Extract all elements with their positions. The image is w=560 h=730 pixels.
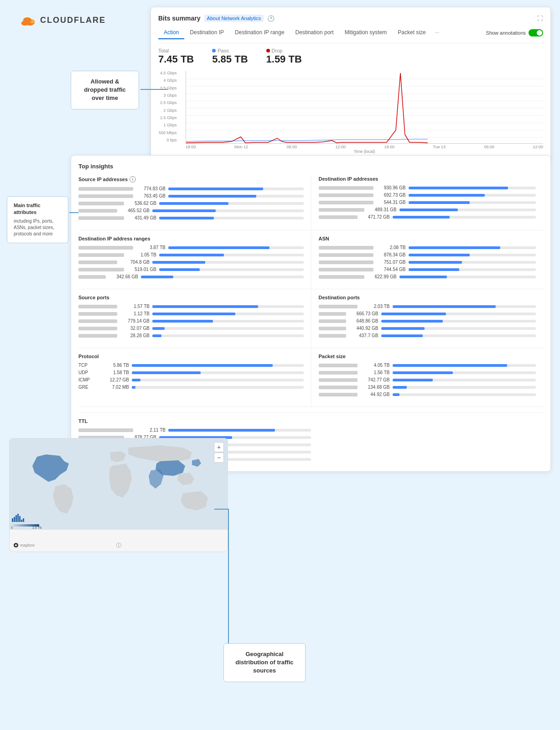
dest-ip-value-5: 471.72 GB <box>360 214 390 219</box>
asn-row-5: 622.99 GB <box>319 274 536 279</box>
dest-ip-bar-5 <box>393 216 536 219</box>
insights-title: Top insights <box>78 163 543 170</box>
dest-ports-bar-1 <box>393 305 536 308</box>
packet-size-bar-2 <box>393 371 536 374</box>
dest-ranges-bar-1 <box>168 246 304 249</box>
ttl-label-1 <box>78 428 133 432</box>
source-ports-section: Source ports 1.57 TB 1.12 TB 779.14 GB 3… <box>78 289 311 348</box>
map-info-icon[interactable]: ⓘ <box>116 542 121 549</box>
fullscreen-icon[interactable]: ⛶ <box>537 15 543 22</box>
asn-label-1 <box>319 246 373 250</box>
source-ip-label-4 <box>78 209 117 213</box>
packet-size-row-1: 4.05 TB <box>319 363 536 368</box>
zoom-out-button[interactable]: − <box>214 453 224 463</box>
y-label-1: 4 Gbps <box>159 78 177 83</box>
protocol-value-gre: 7.02 MB <box>99 385 129 390</box>
source-ports-label-4 <box>78 327 117 330</box>
callout-attributes-title: Main traffic attributes <box>14 202 62 216</box>
source-ports-bar-5 <box>152 334 304 337</box>
dest-ports-label-5 <box>319 334 346 338</box>
dest-ranges-bar-2 <box>159 254 304 256</box>
protocol-row-tcp: TCP 5.86 TB <box>78 363 304 368</box>
packet-size-label-3 <box>319 378 358 382</box>
packet-size-row-5: 44.92 GB <box>319 392 536 397</box>
dest-ip-label-5 <box>319 215 358 219</box>
connector-line-1 <box>140 89 168 90</box>
packet-size-value-5: 44.92 GB <box>360 392 390 397</box>
source-ip-row-4: 465.52 GB <box>78 208 304 213</box>
show-annotations-label: Show annotations <box>486 30 526 36</box>
protocol-bar-udp <box>132 371 304 374</box>
asn-bar-3 <box>409 261 536 264</box>
y-label-3: 3 Gbps <box>159 93 177 98</box>
dest-ports-bar-2 <box>381 313 536 315</box>
asn-title: ASN <box>319 236 536 241</box>
asn-row-2: 878.34 GB <box>319 252 536 257</box>
dest-ports-value-3: 648.86 GB <box>349 318 379 323</box>
stat-pass-label: Pass <box>218 48 228 53</box>
dest-ip-row-4: 489.31 GB <box>319 207 536 212</box>
dest-ports-label-4 <box>319 327 346 330</box>
source-ports-row-3: 779.14 GB <box>78 318 304 323</box>
chart-svg <box>186 71 543 144</box>
chart-container: 4.5 Gbps 4 Gbps 3.5 Gbps 3 Gbps 2.5 Gbps… <box>186 71 543 144</box>
protocol-value-udp: 1.58 TB <box>99 370 129 375</box>
tab-destination-ip-range[interactable]: Destination IP range <box>229 26 290 39</box>
y-label-9: 0 bps <box>159 138 177 142</box>
source-ports-label-5 <box>78 334 117 338</box>
dest-ip-ranges-title: Destination IP address ranges <box>78 236 304 241</box>
svg-rect-16 <box>16 515 17 522</box>
asn-value-5: 622.99 GB <box>367 274 397 279</box>
source-ip-row-5: 431.49 GB <box>78 215 304 220</box>
asn-bar-5 <box>399 276 536 278</box>
source-ports-row-4: 32.07 GB <box>78 326 304 331</box>
asn-value-3: 751.07 GB <box>376 260 406 265</box>
protocol-value-tcp: 5.86 TB <box>99 363 129 368</box>
ttl-section-right <box>311 418 544 464</box>
about-network-analytics-link[interactable]: About Network Analytics <box>204 15 264 22</box>
x-label-2: 06:00 <box>286 145 297 149</box>
packet-size-row-3: 742.77 GB <box>319 377 536 382</box>
tab-packet-size[interactable]: Packet size <box>392 26 431 39</box>
svg-point-25 <box>15 544 17 546</box>
svg-rect-15 <box>14 517 15 522</box>
asn-value-1: 2.08 TB <box>376 245 406 250</box>
protocol-name-icmp: ICMP <box>78 377 97 382</box>
tab-destination-port[interactable]: Destination port <box>290 26 339 39</box>
dest-ip-ranges-section: Destination IP address ranges 3.87 TB 1.… <box>78 230 311 289</box>
asn-value-4: 744.54 GB <box>376 267 406 272</box>
mapbox-logo: mapbox <box>13 542 35 548</box>
x-label-6: 06:00 <box>484 145 494 149</box>
packet-size-label-2 <box>319 371 358 375</box>
stat-total-label: Total <box>158 48 194 53</box>
stat-drop: Drop 1.59 TB <box>266 48 302 65</box>
dest-ports-value-2: 666.73 GB <box>349 311 379 316</box>
source-ip-bar-5 <box>159 217 304 219</box>
asn-bar-1 <box>409 246 536 249</box>
cloudflare-logo-text: CLOUDFLARE <box>40 16 106 25</box>
tab-mitigation-system[interactable]: Mitigation system <box>339 26 393 39</box>
dest-ports-label-3 <box>319 319 346 323</box>
source-ip-value-5: 431.49 GB <box>127 215 156 220</box>
tab-action[interactable]: Action <box>158 26 184 39</box>
zoom-in-button[interactable]: + <box>214 442 224 452</box>
source-ports-label-2 <box>78 312 117 316</box>
source-ip-value-3: 536.62 GB <box>127 201 156 206</box>
callout-attributes: Main traffic attributes including IPs, p… <box>7 196 68 243</box>
tab-destination-ip[interactable]: Destination IP <box>184 26 229 39</box>
dest-ranges-value-3: 704.8 GB <box>120 260 150 265</box>
tab-more[interactable]: ··· <box>431 26 443 39</box>
packet-size-row-4: 134.68 GB <box>319 385 536 390</box>
source-ip-label-5 <box>78 216 124 220</box>
stat-total-value: 7.45 TB <box>158 53 194 65</box>
clock-icon: 🕐 <box>267 15 275 22</box>
dest-ranges-label-5 <box>78 275 106 279</box>
packet-size-section: Packet size 4.05 TB 1.56 TB 742.77 GB 13… <box>311 348 544 407</box>
insights-grid: Source IP addresses i 774.83 GB 763.45 G… <box>78 176 543 407</box>
source-ip-info-icon[interactable]: i <box>130 176 136 182</box>
dest-ranges-bar-3 <box>152 261 304 264</box>
annotations-toggle[interactable] <box>529 29 543 36</box>
dest-ip-row-2: 692.73 GB <box>319 193 536 198</box>
source-ports-bar-2 <box>152 313 304 315</box>
callout-traffic: Allowed & dropped traffic over time <box>71 71 139 110</box>
